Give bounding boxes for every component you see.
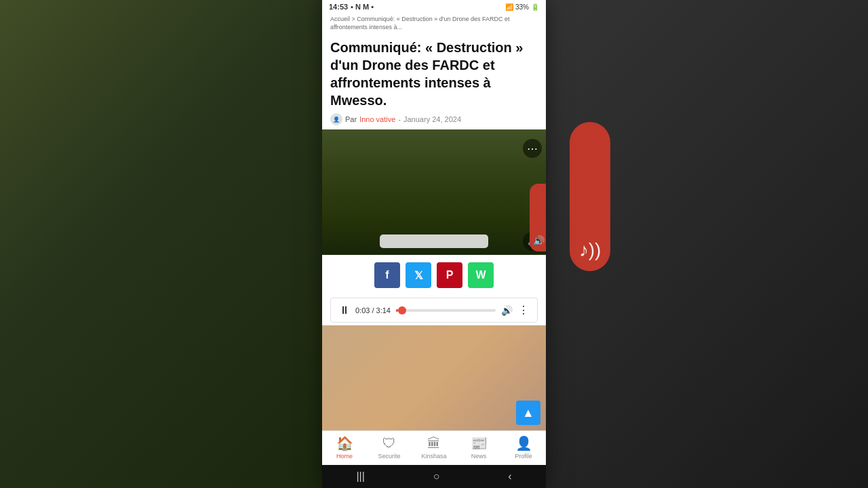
social-share-bar: f 𝕏 P W [322, 255, 546, 295]
progress-dot [398, 306, 406, 314]
background-left [0, 0, 326, 488]
music-note-icon: ♪)) [579, 239, 601, 261]
article-separator: - [398, 115, 401, 123]
audio-time: 0:03 / 3:14 [355, 306, 391, 314]
nav-item-news[interactable]: 📰 News [456, 435, 501, 460]
side-audio-icon: 🔊 [533, 235, 545, 246]
back-button[interactable]: ‹ [508, 470, 511, 483]
securite-label: Securite [378, 453, 400, 460]
author-name[interactable]: Inno vative [359, 115, 395, 123]
pinterest-share-button[interactable]: P [437, 262, 462, 288]
twitter-label: 𝕏 [414, 269, 423, 282]
menu-button[interactable]: ||| [356, 470, 364, 483]
bottom-navigation: 🏠 Home 🛡 Securite 🏛 Kinshasa 📰 News 👤 Pr… [322, 430, 546, 465]
profile-label: Profile [515, 453, 532, 460]
system-navigation: ||| ○ ‹ [322, 465, 546, 488]
audio-player: ⏸ 0:03 / 3:14 🔊 ⋮ [330, 298, 538, 323]
pause-button[interactable]: ⏸ [339, 304, 350, 317]
author-avatar: 👤 [330, 113, 342, 125]
red-side-button[interactable]: 🔊 [530, 184, 546, 251]
volume-button[interactable]: 🔊 [501, 305, 513, 316]
red-music-bar: ♪)) [570, 122, 610, 271]
thumbnail-image [322, 325, 546, 430]
meta-by: Par [345, 115, 357, 123]
twitter-share-button[interactable]: 𝕏 [406, 262, 431, 288]
news-label: News [471, 453, 487, 460]
nav-item-profile[interactable]: 👤 Profile [501, 435, 546, 460]
scroll-up-button[interactable]: ▲ [516, 401, 540, 425]
news-icon: 📰 [471, 435, 488, 451]
article-image: ⋯ 🔊 🔊 [322, 129, 546, 255]
profile-icon: 👤 [515, 435, 532, 451]
article-date: January 24, 2024 [403, 115, 461, 123]
content-thumbnail: ▲ [322, 325, 546, 430]
facebook-share-button[interactable]: f [374, 262, 400, 288]
battery-icon: 📶 [505, 3, 513, 11]
status-right: 📶 33% 🔋 [505, 3, 539, 11]
kinshasa-label: Kinshasa [421, 453, 446, 460]
article-title: Communiqué: « Destruction » d'un Drone d… [322, 33, 546, 112]
home-icon: 🏠 [336, 435, 353, 451]
nav-item-securite[interactable]: 🛡 Securite [367, 436, 412, 460]
nav-item-home[interactable]: 🏠 Home [322, 435, 367, 460]
status-time: 14:53 [329, 3, 348, 11]
breadcrumb: Accueil > Communiqué: « Destruction » d'… [322, 14, 546, 33]
battery-percent: 33% [515, 3, 529, 11]
battery-indicator: 🔋 [531, 3, 539, 11]
nav-item-kinshasa[interactable]: 🏛 Kinshasa [412, 436, 456, 460]
phone-frame: 14:53 ▪ N M • 📶 33% 🔋 Accueil > Communiq… [322, 0, 546, 488]
securite-icon: 🛡 [382, 436, 396, 451]
player-more-button[interactable]: ⋮ [518, 304, 529, 317]
status-left: 14:53 ▪ N M • [329, 3, 374, 11]
article-body: Communiqué: « Destruction » d'un Drone d… [322, 33, 546, 430]
whatsapp-share-button[interactable]: W [468, 262, 494, 288]
status-bar: 14:53 ▪ N M • 📶 33% 🔋 [322, 0, 546, 14]
soldiers-visual [322, 129, 546, 255]
drone-debris [380, 235, 488, 248]
home-label: Home [336, 453, 353, 460]
article-meta: 👤 Par Inno vative - January 24, 2024 [322, 112, 546, 129]
home-button[interactable]: ○ [433, 470, 440, 483]
kinshasa-icon: 🏛 [427, 436, 441, 451]
status-icons: ▪ N M • [351, 3, 374, 11]
audio-progress-bar[interactable] [396, 309, 496, 312]
